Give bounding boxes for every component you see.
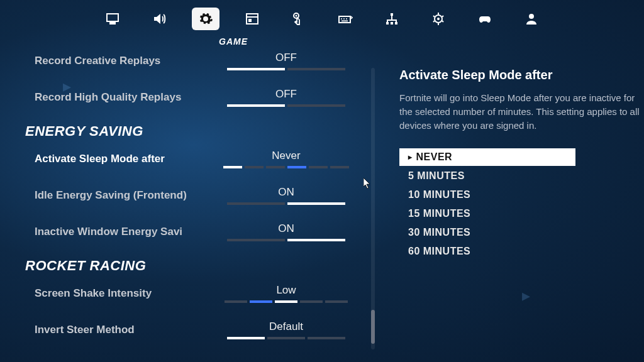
setting-row[interactable]: Record Creative ReplaysOFF	[0, 44, 365, 80]
svg-rect-0	[247, 14, 258, 24]
window-icon	[245, 11, 260, 26]
svg-rect-2	[248, 19, 252, 22]
setting-row[interactable]: Activate Sleep Mode afterNever	[0, 142, 365, 178]
setting-value: ON	[223, 222, 349, 235]
user-icon	[524, 11, 539, 26]
tab-video[interactable]	[99, 8, 126, 30]
setting-row[interactable]: Record High Quality ReplaysOFF	[0, 80, 365, 117]
monitor-icon	[105, 11, 120, 26]
detail-panel: Activate Sleep Mode after Fortnite will …	[399, 68, 644, 260]
svg-point-4	[296, 15, 297, 17]
setting-label: Inactive Window Energy Savi	[35, 226, 223, 238]
svg-rect-5	[339, 16, 350, 23]
option-item[interactable]: 5 MINUTES	[399, 167, 575, 185]
svg-point-16	[529, 14, 534, 19]
scrollbar-thumb[interactable]	[371, 310, 375, 344]
setting-value: OFF	[223, 88, 349, 101]
svg-rect-12	[391, 22, 393, 25]
svg-rect-10	[391, 13, 393, 16]
setting-row[interactable]: Inactive Window Energy SaviON	[0, 215, 365, 251]
svg-rect-13	[395, 22, 397, 25]
setting-label: Activate Sleep Mode after	[35, 153, 223, 165]
setting-value: Never	[223, 150, 349, 162]
option-item[interactable]: 60 MINUTES	[399, 243, 575, 260]
detail-option-list: NEVER5 MINUTES10 MINUTES15 MINUTES30 MIN…	[399, 148, 575, 260]
detail-title: Activate Sleep Mode after	[399, 68, 644, 82]
tab-controller[interactable]	[471, 8, 499, 30]
setting-value: ON	[223, 186, 349, 199]
setting-row[interactable]: Invert Steer MethodDefault	[0, 313, 365, 349]
option-item[interactable]: NEVER	[399, 148, 575, 166]
svg-point-8	[346, 18, 347, 19]
svg-point-15	[437, 18, 440, 20]
tab-touch[interactable]	[285, 8, 313, 30]
svg-point-7	[343, 18, 345, 19]
hand-gear-icon	[291, 11, 306, 26]
tab-account[interactable]	[518, 8, 545, 30]
setting-row[interactable]: Idle Energy Saving (Frontend)ON	[0, 178, 365, 215]
deco-chevron-icon: ▸	[63, 77, 71, 96]
svg-rect-11	[386, 22, 389, 25]
setting-label: Record Creative Replays	[35, 55, 223, 67]
scrollbar[interactable]	[371, 68, 375, 349]
svg-point-6	[341, 18, 342, 19]
section-header: ENERGY SAVING	[0, 117, 365, 142]
section-header: ROCKET RACING	[0, 251, 365, 277]
setting-label: Invert Steer Method	[35, 324, 223, 336]
speaker-icon	[152, 11, 167, 26]
option-item[interactable]: 15 MINUTES	[399, 205, 575, 222]
setting-value: Default	[223, 321, 349, 333]
setting-row[interactable]: Screen Shake IntensityLow	[0, 277, 365, 313]
option-item[interactable]: 10 MINUTES	[399, 186, 575, 204]
svg-rect-9	[341, 21, 348, 22]
setting-value: Low	[223, 284, 349, 297]
detail-description: Fortnite will go into Sleep Mode after y…	[399, 91, 644, 132]
gear-icon	[198, 11, 213, 26]
setting-label: Idle Energy Saving (Frontend)	[35, 189, 223, 202]
tab-audio[interactable]	[145, 8, 173, 30]
tab-network[interactable]	[378, 8, 406, 30]
option-item[interactable]: 30 MINUTES	[399, 224, 575, 241]
settings-tab-bar	[0, 8, 644, 30]
network-icon	[384, 11, 399, 26]
setting-value: OFF	[223, 52, 349, 64]
deco-chevron-icon: ▸	[522, 286, 530, 305]
bug-gear-icon	[431, 11, 446, 26]
setting-label: Screen Shake Intensity	[35, 287, 223, 300]
tab-game[interactable]	[192, 8, 219, 30]
keyboard-icon	[338, 11, 353, 26]
tab-keyboard[interactable]	[331, 8, 359, 30]
gamepad-icon	[477, 11, 492, 26]
settings-list: Record Creative ReplaysOFFRecord High Qu…	[0, 44, 365, 362]
tab-ui[interactable]	[238, 8, 266, 30]
tab-debug[interactable]	[425, 8, 452, 30]
